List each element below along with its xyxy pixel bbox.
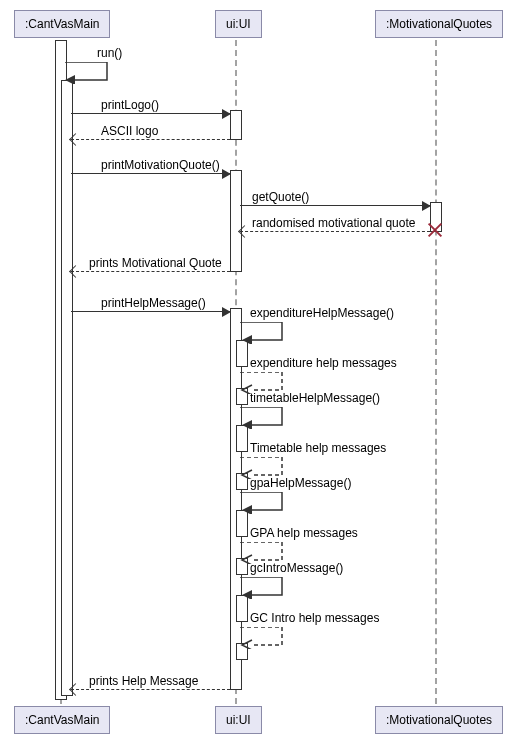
msg-label: printLogo(): [101, 98, 159, 112]
msg-label: expenditureHelpMessage(): [250, 306, 394, 320]
msg-label: printMotivationQuote(): [101, 158, 220, 172]
participant-label: :CantVasMain: [25, 713, 99, 727]
svg-marker-0: [65, 75, 75, 84]
msg-printshelp: prints Help Message: [71, 672, 230, 690]
msg-asciilogo: ASCII logo: [71, 122, 230, 140]
participant-ui-bottom: ui:UI: [215, 706, 262, 734]
msg-printlogo: printLogo(): [71, 96, 230, 114]
msg-label: getQuote(): [252, 190, 309, 204]
msg-printsmotivational: prints Motivational Quote: [71, 254, 230, 272]
msg-label: run(): [97, 46, 122, 60]
msg-label: expenditure help messages: [250, 356, 397, 370]
msg-label: ASCII logo: [101, 124, 158, 138]
participant-label: :CantVasMain: [25, 17, 99, 31]
sequence-diagram: :CantVasMain ui:UI :MotivationalQuotes :…: [10, 10, 511, 734]
msg-gcintroret-self: GC Intro help messages: [240, 627, 300, 652]
activation-ui-tthelp: [236, 425, 248, 452]
msg-label: randomised motivational quote: [252, 216, 415, 230]
svg-marker-2: [242, 420, 252, 429]
msg-label: printHelpMessage(): [101, 296, 206, 310]
msg-printmotivation: printMotivationQuote(): [71, 156, 230, 174]
activation-ui-printlogo: [230, 110, 242, 140]
msg-label: prints Motivational Quote: [89, 256, 222, 270]
msg-label: prints Help Message: [89, 674, 198, 688]
msg-printhelp: printHelpMessage(): [71, 294, 230, 312]
svg-marker-4: [242, 590, 252, 599]
msg-label: gpaHelpMessage(): [250, 476, 351, 490]
participant-motivationalquotes-bottom: :MotivationalQuotes: [375, 706, 503, 734]
participant-motivationalquotes-top: :MotivationalQuotes: [375, 10, 503, 38]
participant-label: :MotivationalQuotes: [386, 17, 492, 31]
msg-label: gcIntroMessage(): [250, 561, 343, 575]
participant-label: ui:UI: [226, 713, 251, 727]
participant-cantvasmain-top: :CantVasMain: [14, 10, 110, 38]
participant-label: :MotivationalQuotes: [386, 713, 492, 727]
participant-cantvasmain-bottom: :CantVasMain: [14, 706, 110, 734]
msg-label: GC Intro help messages: [250, 611, 379, 625]
msg-label: GPA help messages: [250, 526, 358, 540]
lifeline-motivationalquotes: [435, 40, 437, 704]
activation-ui-gpahelp: [236, 510, 248, 537]
msg-label: Timetable help messages: [250, 441, 386, 455]
activation-ui-gcintro: [236, 595, 248, 622]
msg-label: timetableHelpMessage(): [250, 391, 380, 405]
msg-getquote: getQuote(): [240, 188, 430, 206]
msg-randomquote: randomised motivational quote: [240, 214, 430, 232]
participant-ui-top: ui:UI: [215, 10, 262, 38]
svg-marker-1: [242, 335, 252, 344]
activation-ui-exphelp: [236, 340, 248, 367]
participant-label: ui:UI: [226, 17, 251, 31]
svg-marker-3: [242, 505, 252, 514]
destroy-motivationalquotes-icon: [426, 221, 444, 239]
